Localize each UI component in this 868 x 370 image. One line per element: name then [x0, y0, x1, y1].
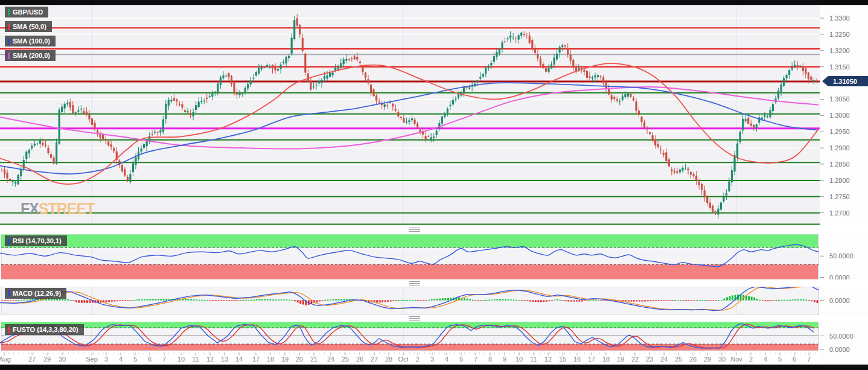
time-tick-label: 26 [356, 356, 363, 363]
time-tick-label: 26 [689, 356, 697, 363]
time-tick-label: 28 [385, 356, 392, 363]
sma100-badge: SMA (100,0) [5, 36, 56, 46]
time-tick-label: 11 [530, 356, 537, 363]
rsi-accent-icon [8, 238, 10, 244]
time-tick-label: 29 [704, 356, 711, 363]
stoch-accent-icon [8, 327, 10, 333]
sma200-accent-icon [8, 53, 10, 59]
time-tick-label: 19 [617, 356, 624, 363]
time-tick-label: 2 [749, 356, 753, 363]
time-tick-label: 2 [416, 356, 420, 363]
time-tick-label: 3 [430, 356, 434, 363]
price-tick-label: 1.3250 [829, 31, 850, 38]
time-tick-label: 3 [104, 356, 108, 363]
time-tick-label: Sep [86, 356, 98, 363]
time-tick-label: 18 [602, 356, 610, 363]
time-tick-label: 10 [177, 356, 185, 363]
time-tick-label: 19 [281, 356, 289, 363]
time-tick-label: 4 [764, 356, 767, 363]
macd-label: MACD (12,26,9) [13, 290, 61, 297]
price-tick-label: 1.3200 [829, 47, 850, 54]
time-tick-label: 21 [310, 356, 318, 363]
sma50-accent-icon [8, 24, 10, 30]
macd-badge: MACD (12,26,9) [5, 288, 66, 299]
time-tick-label: 6 [793, 356, 796, 363]
time-tick-label: 24 [660, 356, 668, 363]
time-tick-label: 23 [646, 356, 653, 363]
indicator-axis-label: 50.0000 [829, 252, 854, 260]
current-price-badge: 1.31050 [822, 76, 868, 86]
time-tick-label: 13 [221, 356, 228, 363]
indicator-axis-label: 0.0000 [829, 297, 850, 304]
price-tick-label: 1.3000 [829, 112, 850, 119]
price-tick-label: 1.2900 [829, 144, 850, 152]
sma50-label: SMA (50,0) [13, 23, 46, 30]
window-top-bar [0, 0, 868, 5]
time-tick-label: 8 [488, 356, 492, 363]
time-tick-label: 20 [296, 356, 303, 363]
time-tick-label: Nov [730, 356, 742, 363]
time-tick-label: 30 [59, 356, 66, 363]
sma50-badge: SMA (50,0) [5, 21, 52, 32]
watermark-fx: FX [21, 200, 39, 218]
time-tick-label: 9 [503, 356, 506, 363]
resize-handle-icon[interactable] [409, 316, 420, 321]
stoch-label: FUSTO (14,3,3,80,20) [13, 326, 78, 333]
time-tick-label: 18 [267, 356, 274, 363]
time-tick-label: 16 [573, 356, 581, 363]
sma100-accent-icon [8, 38, 10, 45]
price-tick-label: 1.3150 [829, 63, 850, 71]
time-tick-label: 4 [445, 356, 448, 363]
macd-accent-icon [8, 290, 10, 297]
time-tick-label: 27 [371, 356, 378, 363]
time-tick-label: 12 [206, 356, 214, 363]
time-tick-label: 5 [459, 356, 463, 363]
time-tick-label: 25 [342, 356, 349, 363]
window-bottom-bar [0, 365, 868, 370]
price-tick-label: 1.2750 [829, 193, 850, 200]
price-tick-label: 1.2700 [829, 209, 850, 217]
time-tick-label: 17 [588, 356, 595, 363]
time-tick-label: Oct [398, 356, 408, 363]
time-axis[interactable]: Aug272930Sep3456710111213141718192021242… [0, 352, 815, 363]
time-tick-label: 7 [162, 356, 166, 363]
time-tick-label: 10 [515, 356, 523, 363]
sma100-label: SMA (100,0) [13, 37, 50, 45]
indicator-axis-label: 50.0000 [829, 333, 854, 340]
separator-main-rsi [0, 225, 868, 234]
price-tick-label: 1.2850 [829, 161, 850, 168]
fxstreet-watermark: FXSTREET [21, 200, 94, 218]
time-tick-label: 22 [631, 356, 639, 363]
stoch-badge: FUSTO (14,3,3,80,20) [5, 324, 84, 335]
time-tick-label: 4 [119, 356, 123, 363]
time-tick-label: 11 [192, 356, 199, 363]
price-tick-label: 1.3050 [829, 95, 850, 103]
resize-handle-icon[interactable] [409, 281, 420, 285]
separator-rsi-macd [0, 279, 868, 287]
time-tick-label: 25 [675, 356, 682, 363]
current-price-value: 1.31050 [833, 78, 857, 85]
symbol-accent-icon [8, 9, 10, 16]
separator-macd-stoch [0, 315, 868, 322]
time-tick-label: 29 [43, 356, 51, 363]
indicator-axis-label: 0.0000 [829, 346, 850, 353]
resize-handle-icon[interactable] [409, 228, 420, 232]
time-tick-label: 7 [474, 356, 477, 363]
time-tick-label: Aug [0, 356, 11, 363]
sma200-label: SMA (200,0) [13, 52, 50, 59]
stoch-panel[interactable] [0, 322, 819, 351]
price-tick-label: 1.2800 [829, 177, 850, 184]
rsi-badge: RSI (14,70,30,1) [5, 235, 67, 246]
time-tick-label: 30 [718, 356, 726, 363]
symbol-label: GBP/USD [13, 8, 43, 16]
time-tick-label: 7 [807, 356, 811, 363]
time-tick-label: 17 [252, 356, 260, 363]
watermark-street: STREET [39, 200, 94, 218]
time-tick-label: 5 [133, 356, 137, 363]
chart-window: { "badges": { "symbol": "GBP/USD", "sma5… [0, 0, 868, 370]
time-tick-label: 5 [778, 356, 782, 363]
time-tick-label: 6 [148, 356, 152, 363]
time-tick-label: 15 [559, 356, 566, 363]
time-tick-label: 12 [544, 356, 552, 363]
price-tick-label: 1.3300 [829, 14, 850, 22]
